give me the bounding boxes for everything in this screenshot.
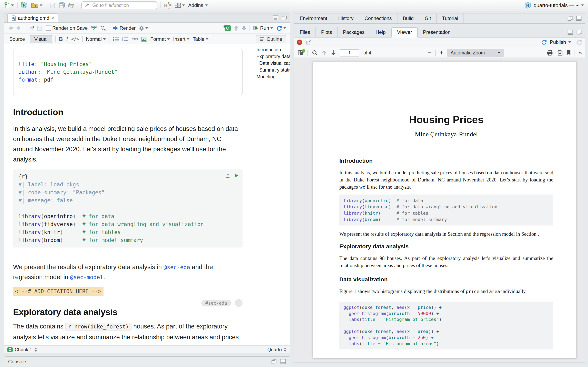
- outline-toggle-button[interactable]: Outline: [256, 35, 286, 43]
- link-icon[interactable]: [131, 37, 138, 41]
- render-on-save-checkbox[interactable]: Render on Save: [46, 25, 87, 31]
- bullet-list-icon[interactable]: [113, 37, 119, 42]
- inline-link[interactable]: @sec-eda: [164, 264, 190, 270]
- editor-eda-paragraph[interactable]: The data contains r nrow(duke_forest) ho…: [13, 321, 242, 346]
- open-file-button[interactable]: [31, 2, 43, 8]
- bold-button[interactable]: B: [59, 36, 63, 42]
- spellcheck-button[interactable]: ABC ✓: [91, 26, 96, 31]
- outline-item[interactable]: Modeling: [253, 73, 290, 80]
- new-file-button[interactable]: [4, 2, 14, 8]
- pdf-search-icon[interactable]: [312, 50, 318, 56]
- render-settings-button[interactable]: [139, 25, 148, 31]
- maximize-pane-icon[interactable]: [282, 16, 287, 20]
- inline-link[interactable]: 1: [354, 289, 356, 294]
- minimize-pane-icon[interactable]: [273, 16, 278, 20]
- run-button[interactable]: Run: [253, 25, 273, 31]
- tab-plots[interactable]: Plots: [316, 27, 338, 37]
- run-chunk-icon[interactable]: [235, 174, 238, 178]
- r-code-chunk[interactable]: {r}#| label: load-pkgs#| code-summary: "…: [13, 169, 242, 248]
- print-button[interactable]: [68, 2, 74, 8]
- table-menu[interactable]: Table: [193, 36, 208, 42]
- previous-page-icon[interactable]: [322, 50, 327, 56]
- editor-crossref-paragraph[interactable]: We present the results of exploratory da…: [13, 262, 242, 282]
- tab-history[interactable]: History: [333, 13, 359, 23]
- zoom-level-select[interactable]: Automatic Zoom: [447, 49, 504, 57]
- section-options-button[interactable]: …: [235, 299, 242, 307]
- version-control-button[interactable]: R+−: [164, 3, 172, 7]
- close-tab-icon[interactable]: ×: [51, 15, 54, 21]
- more-tools-icon[interactable]: »: [579, 50, 582, 56]
- project-selector[interactable]: quarto-tutorials — ~: [524, 2, 584, 9]
- visual-editor-content[interactable]: ---title: "Housing Prices"author: "Mine …: [4, 44, 290, 346]
- tab-environment[interactable]: Environment: [294, 13, 333, 23]
- chunk-navigator[interactable]: Chunk 1: [15, 347, 37, 352]
- minimize-pane-icon[interactable]: [568, 30, 573, 35]
- forward-icon[interactable]: [16, 26, 22, 31]
- maximize-pane-icon[interactable]: [576, 16, 581, 21]
- print-pdf-icon[interactable]: [547, 50, 553, 56]
- tab-packages[interactable]: Packages: [338, 27, 370, 37]
- rerun-button[interactable]: [277, 25, 286, 31]
- sidebar-toggle-button[interactable]: [298, 50, 303, 55]
- maximize-pane-icon[interactable]: [577, 30, 581, 34]
- bookmark-icon[interactable]: [567, 50, 571, 55]
- maximize-console-icon[interactable]: [280, 359, 286, 364]
- image-icon[interactable]: [141, 37, 147, 42]
- editor-heading-eda[interactable]: Exploratory data analysis: [13, 307, 242, 317]
- download-icon[interactable]: [557, 50, 563, 56]
- section-id-badge[interactable]: #sec-eda: [201, 300, 231, 307]
- tab-tutorial[interactable]: Tutorial: [437, 13, 464, 23]
- language-mode-selector[interactable]: Quarto: [268, 347, 287, 352]
- save-button[interactable]: [49, 2, 55, 8]
- format-menu[interactable]: Format: [150, 36, 170, 42]
- restore-pane-icon[interactable]: [568, 16, 572, 21]
- tab-files[interactable]: Files: [294, 27, 316, 37]
- editor-intro-paragraph[interactable]: In this analysis, we build a model predi…: [13, 124, 242, 165]
- zoom-out-icon[interactable]: −: [428, 50, 431, 56]
- outline-item[interactable]: Summary statis…: [253, 67, 290, 73]
- search-icon[interactable]: [100, 25, 106, 31]
- go-to-previous-chunk-icon[interactable]: [234, 25, 238, 31]
- yaml-metadata-block[interactable]: ---title: "Housing Prices"author: "Mine …: [13, 49, 242, 95]
- back-icon[interactable]: [8, 26, 13, 31]
- addins-menu[interactable]: Addins: [188, 2, 208, 8]
- italic-button[interactable]: I: [66, 36, 68, 42]
- code-button[interactable]: </>: [71, 37, 79, 42]
- source-mode-button[interactable]: Source: [8, 36, 26, 42]
- publish-button[interactable]: Publish: [550, 39, 566, 45]
- outline-item[interactable]: Data visualization: [253, 60, 290, 67]
- go-to-next-chunk-icon[interactable]: [242, 25, 246, 31]
- restore-console-icon[interactable]: [272, 359, 277, 364]
- inline-link[interactable]: @sec-model: [70, 274, 103, 280]
- citation-comment-row[interactable]: <!--# ADD CITATION HERE -->: [13, 287, 242, 296]
- tab-presentation[interactable]: Presentation: [418, 27, 456, 37]
- paragraph-style-dropdown[interactable]: Normal: [86, 36, 106, 42]
- render-button[interactable]: Render: [113, 25, 136, 31]
- stop-icon[interactable]: ✕: [297, 40, 302, 45]
- popout-icon[interactable]: [306, 40, 311, 45]
- goto-file-input[interactable]: Go to file/function: [81, 1, 157, 9]
- next-page-icon[interactable]: [331, 50, 336, 56]
- insert-menu[interactable]: Insert: [173, 36, 190, 42]
- page-number-input[interactable]: [340, 49, 359, 57]
- popout-icon[interactable]: [29, 26, 34, 31]
- pdf-viewer-area[interactable]: Housing Prices Mine Çetinkaya-Rundel Int…: [294, 58, 585, 363]
- zoom-in-icon[interactable]: +: [440, 50, 443, 56]
- save-all-button[interactable]: [58, 2, 65, 8]
- run-chunks-above-icon[interactable]: [225, 173, 230, 178]
- editor-tab-authoring[interactable]: authoring.qmd ×: [7, 13, 58, 22]
- outline-item[interactable]: Introduction: [253, 47, 290, 53]
- outline-item[interactable]: Exploratory data …: [253, 53, 290, 60]
- insert-chunk-button[interactable]: +C: [225, 25, 231, 31]
- new-project-button[interactable]: [21, 2, 28, 9]
- citation-comment[interactable]: <!--# ADD CITATION HERE -->: [13, 287, 104, 296]
- tab-help[interactable]: Help: [370, 27, 391, 37]
- visual-mode-button[interactable]: Visual: [30, 35, 52, 43]
- tab-viewer[interactable]: Viewer: [391, 27, 418, 38]
- editor-heading-introduction[interactable]: Introduction: [13, 107, 242, 117]
- save-icon[interactable]: [37, 25, 43, 31]
- publish-caret[interactable]: [568, 42, 571, 43]
- tab-git[interactable]: Git: [419, 13, 437, 23]
- tab-connections[interactable]: Connections: [359, 13, 397, 23]
- workspace-panes-button[interactable]: [175, 3, 185, 8]
